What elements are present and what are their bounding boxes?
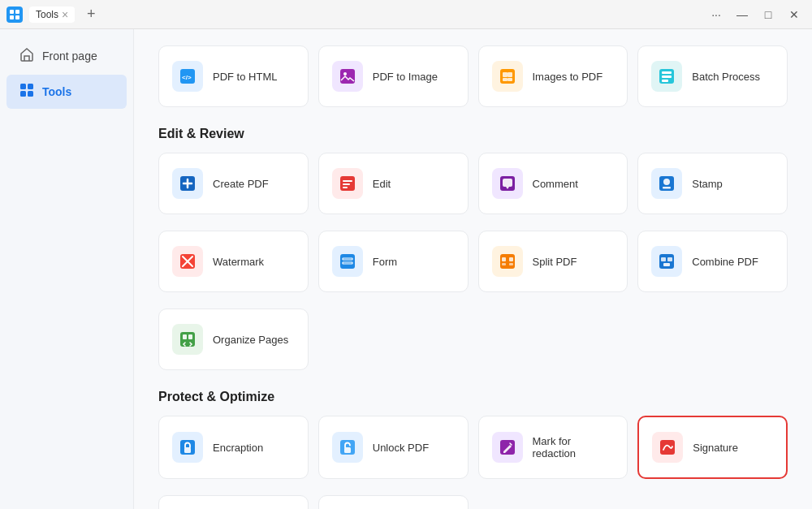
svg-rect-16 — [508, 78, 512, 81]
svg-rect-38 — [509, 257, 513, 261]
titlebar: Tools × + ··· — □ ✕ — [0, 0, 812, 29]
edit-review-title: Edit & Review — [158, 127, 788, 141]
tool-encryption[interactable]: Encraption — [158, 416, 309, 479]
sidebar-front-page-label: Front page — [42, 50, 97, 63]
edit-review-row3: Organize Pages — [158, 308, 788, 370]
active-tab[interactable]: Tools × — [29, 6, 75, 23]
home-icon — [19, 47, 34, 65]
pdf-to-html-label: PDF to HTML — [213, 71, 277, 83]
combine-pdf-icon — [651, 246, 682, 277]
svg-rect-44 — [663, 263, 670, 266]
signature-icon — [652, 432, 683, 463]
tool-combine-pdf[interactable]: Combine PDF — [637, 231, 788, 292]
tool-mark-redaction[interactable]: Mark for redaction — [478, 416, 628, 479]
svg-rect-18 — [662, 71, 672, 74]
svg-rect-13 — [503, 72, 508, 77]
tool-unlock-pdf[interactable]: Unlock PDF — [318, 416, 469, 479]
protect-optimize-row2: Compress PDF OCR OCR — [158, 495, 788, 509]
close-button[interactable]: ✕ — [783, 5, 806, 24]
titlebar-left: Tools × + — [6, 5, 101, 24]
app-body: Front page Tools </> — [0, 29, 812, 509]
svg-rect-19 — [662, 75, 672, 78]
images-to-pdf-icon — [492, 61, 523, 92]
maximize-button[interactable]: □ — [757, 5, 780, 24]
pdf-to-html-icon: </> — [172, 61, 203, 92]
batch-process-icon — [651, 61, 682, 92]
mark-redaction-icon — [492, 432, 523, 463]
svg-rect-6 — [20, 91, 26, 97]
svg-rect-1 — [15, 10, 19, 14]
batch-process-label: Batch Process — [692, 71, 760, 83]
svg-rect-47 — [188, 334, 192, 339]
svg-rect-33 — [340, 254, 355, 269]
tab-label: Tools — [36, 9, 58, 20]
tool-split-pdf[interactable]: Split PDF — [478, 231, 628, 292]
svg-rect-43 — [667, 257, 672, 261]
app-logo — [6, 6, 23, 23]
svg-rect-29 — [663, 187, 671, 189]
sidebar: Front page Tools — [0, 29, 134, 509]
sidebar-item-tools[interactable]: Tools — [6, 75, 127, 109]
window-controls: ··· — □ ✕ — [705, 5, 806, 24]
images-to-pdf-label: Images to PDF — [533, 71, 603, 83]
svg-rect-3 — [15, 15, 19, 19]
unlock-pdf-label: Unlock PDF — [373, 442, 429, 454]
comment-label: Comment — [533, 178, 578, 190]
watermark-icon — [172, 246, 203, 277]
main-content: </> PDF to HTML PDF to Image — [134, 29, 812, 509]
tool-create-pdf[interactable]: Create PDF — [158, 153, 309, 214]
tool-comment[interactable]: Comment — [478, 153, 628, 214]
tool-ocr[interactable]: OCR OCR — [318, 495, 469, 509]
svg-rect-14 — [508, 72, 512, 77]
organize-pages-label: Organize Pages — [213, 334, 288, 346]
stamp-label: Stamp — [692, 178, 723, 190]
tool-stamp[interactable]: Stamp — [637, 153, 788, 214]
svg-rect-42 — [661, 257, 666, 261]
stamp-icon — [651, 168, 682, 199]
edit-label: Edit — [373, 178, 391, 190]
svg-rect-37 — [502, 257, 506, 261]
protect-optimize-title: Protect & Optimize — [158, 390, 788, 404]
tool-signature[interactable]: Signature — [637, 416, 788, 479]
tool-edit[interactable]: Edit — [318, 153, 469, 214]
svg-text:</>: </> — [182, 74, 192, 81]
tool-watermark[interactable]: Watermark — [158, 231, 309, 292]
create-pdf-label: Create PDF — [213, 178, 269, 190]
tool-form[interactable]: Form — [318, 231, 469, 292]
watermark-label: Watermark — [213, 256, 264, 268]
svg-rect-41 — [659, 254, 674, 269]
svg-rect-49 — [184, 447, 191, 453]
split-pdf-icon — [492, 246, 523, 277]
tab-close-icon[interactable]: × — [62, 8, 68, 21]
create-pdf-icon — [172, 168, 203, 199]
tool-batch-process[interactable]: Batch Process — [637, 45, 788, 107]
svg-rect-24 — [343, 183, 350, 185]
tool-pdf-to-image[interactable]: PDF to Image — [318, 45, 469, 107]
svg-rect-51 — [344, 447, 351, 453]
tool-pdf-to-html[interactable]: </> PDF to HTML — [158, 45, 309, 107]
svg-rect-45 — [180, 332, 195, 347]
sidebar-tools-label: Tools — [42, 85, 71, 98]
tool-organize-pages[interactable]: Organize Pages — [158, 308, 309, 370]
tools-icon — [19, 83, 34, 101]
form-label: Form — [373, 256, 397, 268]
more-options-button[interactable]: ··· — [705, 5, 728, 24]
tool-images-to-pdf[interactable]: Images to PDF — [478, 45, 628, 107]
sidebar-item-front-page[interactable]: Front page — [6, 39, 127, 73]
unlock-pdf-icon — [332, 432, 363, 463]
new-tab-button[interactable]: + — [81, 5, 101, 24]
convert-tools-row: </> PDF to HTML PDF to Image — [158, 45, 788, 107]
encryption-icon — [172, 432, 203, 463]
edit-review-row2: Watermark Form — [158, 231, 788, 292]
tool-compress-pdf[interactable]: Compress PDF — [158, 495, 309, 509]
svg-rect-39 — [502, 263, 506, 265]
svg-rect-10 — [340, 69, 355, 84]
combine-pdf-label: Combine PDF — [692, 256, 758, 268]
minimize-button[interactable]: — — [731, 5, 754, 24]
protect-optimize-row1: Encraption Unlock PDF — [158, 416, 788, 479]
svg-rect-23 — [343, 180, 352, 182]
split-pdf-label: Split PDF — [533, 256, 577, 268]
svg-point-28 — [663, 179, 670, 185]
svg-rect-0 — [10, 10, 14, 14]
svg-point-11 — [343, 72, 347, 75]
